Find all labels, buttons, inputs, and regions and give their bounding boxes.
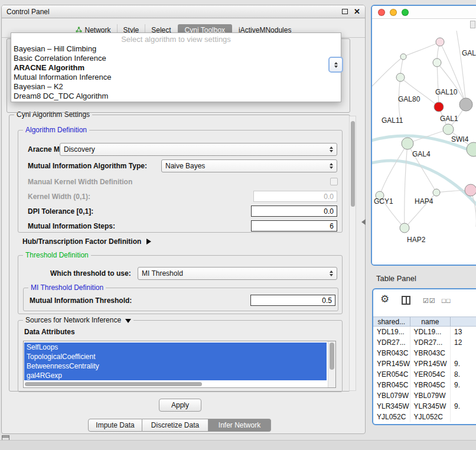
columns-icon[interactable] [402, 296, 410, 305]
algorithm-combo-stepper-button[interactable] [328, 57, 343, 73]
list-item[interactable]: SelfLoops [24, 343, 327, 352]
sources-group-title[interactable]: Sources for Network Inference [23, 316, 133, 324]
table-row[interactable]: YBR043CYBR043C [373, 348, 476, 358]
mi-threshold-group-title: MI Threshold Definition [28, 283, 106, 292]
network-node[interactable] [433, 189, 440, 196]
network-node[interactable] [400, 54, 406, 60]
table-panel-title: Table Panel [376, 274, 416, 283]
status-strip [0, 440, 476, 450]
sources-group: Sources for Network Inference Data Attri… [18, 320, 343, 392]
combo-stepper-icon [330, 146, 333, 152]
algorithm-definition-group: Algorithm Definition Aracne Mode: Discov… [18, 130, 343, 233]
hub-factor-expander[interactable]: Hub/Transcription Factor Definition [22, 237, 151, 246]
manual-kernel-checkbox[interactable] [330, 178, 338, 185]
list-item[interactable]: gal4RGexp [24, 371, 327, 380]
mi-type-label: Mutual Information Algorithm Type: [28, 162, 147, 170]
network-node[interactable] [443, 124, 454, 135]
network-view-window: GAL7 GAL80 GAL10 GAL11 GAL1 SWI4 GAL4 GC… [371, 5, 476, 266]
close-icon[interactable]: ✕ [354, 8, 360, 15]
popup-item[interactable]: Basic Correlation Inference [11, 54, 341, 63]
network-scrollbar-button[interactable] [470, 21, 475, 28]
cyni-algorithm-settings-group: Cyni Algorithm Settings Algorithm Defini… [9, 115, 350, 392]
combo-stepper-icon [330, 163, 333, 169]
table-row[interactable]: YER054CYER054C8. [373, 369, 476, 380]
tab-infer-network[interactable]: Infer Network [208, 419, 271, 432]
gear-icon[interactable]: ⚙ [380, 294, 389, 304]
table-row[interactable]: YPR145WYPR145W9. [373, 358, 476, 369]
node-label: GAL11 [382, 116, 403, 125]
mi-type-combo[interactable]: Naive Bayes [161, 159, 337, 172]
node-label: SWI4 [451, 135, 469, 144]
popup-item[interactable]: Bayesian – Hill Climbing [11, 44, 341, 54]
expander-down-icon [125, 319, 131, 323]
float-window-icon[interactable] [342, 9, 348, 14]
data-attributes-label: Data Attributes [24, 328, 75, 336]
network-node[interactable] [396, 73, 405, 81]
table-header-row: shared... name [373, 317, 476, 327]
column-header[interactable] [451, 317, 476, 326]
network-node-gray[interactable] [459, 98, 472, 111]
list-item[interactable]: BetweennessCentrality [24, 361, 327, 371]
node-label: GAL10 [435, 88, 458, 96]
column-header[interactable]: shared... [373, 317, 410, 326]
popup-item[interactable]: Mutual Information Inference [11, 73, 341, 82]
panel-collapse-handle-icon[interactable] [361, 219, 366, 225]
network-node-red[interactable] [434, 102, 444, 112]
popup-item[interactable]: Dream8 DC_TDC Algorithm [11, 92, 341, 101]
combo-stepper-icon [330, 270, 333, 276]
list-item[interactable]: TopologicalCoefficient [24, 352, 327, 361]
network-window-titlebar [372, 6, 476, 19]
algorithm-dropdown-popup: Select algorithm to view settings Bayesi… [11, 32, 341, 102]
which-threshold-combo[interactable]: MI Threshold [138, 267, 337, 280]
list-horizontal-scrollbar[interactable] [25, 382, 202, 386]
network-node[interactable] [400, 223, 409, 233]
table-row[interactable]: YDL19...YDL19...13 [373, 327, 476, 337]
table-row[interactable]: YLR345WYLR345W9. [373, 401, 476, 412]
network-node[interactable] [433, 58, 441, 67]
checked-boxes-icon[interactable]: ☑☑ [423, 297, 436, 305]
close-traffic-light[interactable] [378, 9, 385, 16]
kernel-width-field[interactable] [253, 191, 337, 202]
combo-stepper-icon [334, 62, 338, 68]
node-label: GAL4 [412, 150, 431, 158]
mi-steps-label: Mutual Information Steps: [28, 222, 115, 230]
threshold-definition-group: Threshold Definition Which threshold to … [18, 255, 343, 314]
zoom-traffic-light[interactable] [402, 9, 409, 16]
kernel-width-label: Kernel Width (0,1): [28, 193, 90, 201]
scrollbar-thumb[interactable] [330, 343, 334, 370]
scrollbar-thumb[interactable] [351, 121, 355, 207]
minimize-traffic-light[interactable] [390, 9, 397, 16]
node-label: GAL7 [462, 49, 476, 57]
network-canvas[interactable]: GAL7 GAL80 GAL10 GAL11 GAL1 SWI4 GAL4 GC… [372, 19, 476, 265]
tab-impute-data[interactable]: Impute Data [88, 419, 142, 432]
unchecked-boxes-icon[interactable]: □□ [442, 297, 451, 304]
table-row[interactable]: YBL079WYBL079W [373, 390, 476, 401]
popup-item[interactable]: Bayesian – K2 [11, 82, 341, 92]
mi-steps-field[interactable] [251, 220, 337, 231]
table-row[interactable]: YBR045CYBR045C9. [373, 380, 476, 390]
expander-right-icon [146, 239, 151, 244]
dpi-tolerance-field[interactable] [251, 206, 337, 217]
node-label: HAP4 [415, 197, 433, 206]
network-node[interactable] [436, 38, 444, 46]
bottom-tabbar: Impute Data Discretize Data Infer Networ… [88, 419, 271, 432]
network-node[interactable] [402, 138, 413, 149]
mi-threshold-label: Mutual Information Threshold: [30, 296, 132, 305]
aracne-mode-combo[interactable]: Discovery [60, 143, 337, 156]
list-vertical-scrollbar[interactable] [328, 341, 335, 387]
settings-scrollbar[interactable] [349, 116, 356, 391]
tab-discretize-data[interactable]: Discretize Data [142, 419, 208, 432]
mi-threshold-field[interactable] [250, 295, 335, 306]
column-header[interactable]: name [410, 317, 451, 326]
dpi-tolerance-label: DPI Tolerance [0,1]: [28, 207, 93, 216]
node-label: HAP2 [407, 236, 426, 244]
popup-item[interactable]: ARACNE Algorithm [11, 63, 341, 73]
apply-button[interactable]: Apply [159, 399, 201, 412]
table-panel-window: ⚙ ☑☑ □□ shared... name YDL19...YDL19...1… [372, 288, 476, 425]
table-row[interactable]: YJL052CYJL052C [373, 412, 476, 422]
mi-threshold-group: MI Threshold Definition Mutual Informati… [23, 288, 338, 311]
node-label: GAL80 [398, 95, 420, 103]
data-attributes-list: SelfLoops TopologicalCoefficient Between… [23, 341, 336, 388]
network-node-pink[interactable] [465, 184, 476, 196]
table-row[interactable]: YDR27...YDR27...12 [373, 337, 476, 348]
